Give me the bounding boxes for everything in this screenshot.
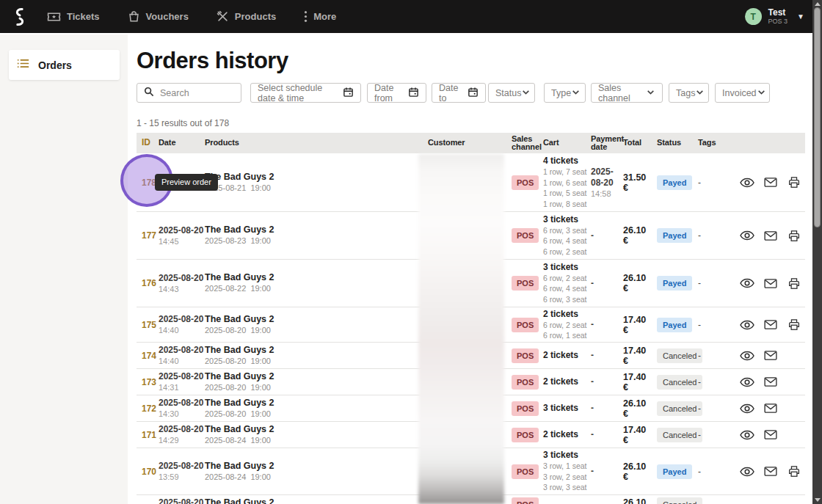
- mail-icon[interactable]: [763, 228, 778, 243]
- scrollbar-down-arrow-icon[interactable]: [815, 498, 821, 502]
- order-id: 176: [142, 278, 156, 288]
- vertical-scrollbar[interactable]: [812, 0, 822, 504]
- mail-icon[interactable]: [763, 428, 778, 442]
- channel-badge: POS: [512, 428, 539, 442]
- chevron-down-icon: [571, 87, 581, 99]
- order-id: 175: [142, 320, 156, 330]
- cart-ticket-count: 2 tickets: [543, 376, 591, 387]
- eye-icon[interactable]: [740, 375, 754, 390]
- product-title: The Bad Guys 2: [205, 461, 428, 472]
- order-date: 2025-08-20: [159, 424, 205, 435]
- sidebar-item-orders[interactable]: Orders: [9, 50, 120, 80]
- scrollbar-up-arrow-icon[interactable]: [815, 2, 821, 6]
- row-actions: [738, 375, 805, 390]
- cart-ticket-count: 4 tickets: [543, 156, 591, 167]
- print-icon[interactable]: [787, 175, 801, 190]
- sales-channel-filter-dropdown[interactable]: Sales channel: [591, 83, 663, 103]
- print-icon[interactable]: [787, 228, 801, 243]
- eye-icon[interactable]: [740, 348, 754, 363]
- nav-item-products[interactable]: Products: [217, 10, 276, 23]
- order-date: 2025-08-20: [159, 345, 205, 356]
- order-id-link[interactable]: 177: [137, 230, 159, 241]
- eye-icon[interactable]: [740, 401, 754, 416]
- cart-ticket-count: 2 tickets: [543, 350, 591, 361]
- eye-icon[interactable]: [740, 228, 754, 243]
- order-date: 2025-08-20: [159, 497, 205, 504]
- payment-time: 14:58: [591, 189, 623, 199]
- seat-item: 3 row, 3 seat: [543, 482, 591, 493]
- eye-icon[interactable]: [740, 464, 754, 479]
- invoiced-filter-dropdown[interactable]: Invoiced: [715, 83, 770, 103]
- page-title: Orders history: [137, 48, 288, 74]
- invoiced-filter-label: Invoiced: [722, 88, 757, 98]
- cart-cell: 2 tickets: [543, 376, 591, 387]
- total-amount: 26.10: [623, 497, 657, 504]
- mail-icon[interactable]: [763, 464, 778, 479]
- search-input[interactable]: [160, 88, 234, 98]
- date-from-filter[interactable]: Date from: [367, 83, 426, 103]
- sales-channel-cell: POS: [512, 497, 543, 504]
- ticket-icon: [47, 11, 61, 23]
- eye-icon[interactable]: [740, 276, 754, 291]
- total-amount: 17.40: [623, 346, 657, 356]
- mail-icon[interactable]: [763, 175, 778, 190]
- user-menu[interactable]: T Test POS 3 ▼: [745, 0, 804, 33]
- utensils-icon: [217, 10, 229, 23]
- payment-date: -: [591, 429, 623, 440]
- user-name: Test: [768, 8, 788, 18]
- schedule-date-filter[interactable]: Select schedule date & time: [250, 83, 361, 103]
- print-icon[interactable]: [787, 464, 801, 479]
- status-cell: Payed: [657, 464, 698, 479]
- order-id-link[interactable]: 172: [137, 403, 159, 414]
- nav-item-tickets[interactable]: Tickets: [47, 11, 100, 23]
- search-box[interactable]: [137, 83, 241, 103]
- payment-date: -: [591, 376, 623, 387]
- mail-icon[interactable]: [763, 401, 778, 416]
- row-actions: [738, 228, 805, 243]
- mail-icon[interactable]: [763, 375, 778, 390]
- status-cell: Payed: [657, 175, 698, 190]
- mail-icon[interactable]: [763, 348, 778, 363]
- chevron-down-icon: ▼: [797, 12, 804, 21]
- scrollbar-thumb[interactable]: [814, 7, 821, 227]
- eye-icon[interactable]: [740, 428, 754, 442]
- order-date-cell: 2025-08-20 14:40: [159, 314, 205, 335]
- date-from-label: Date from: [374, 83, 408, 103]
- order-id-link[interactable]: 171: [137, 430, 159, 440]
- mail-icon[interactable]: [763, 318, 778, 332]
- print-icon[interactable]: [787, 318, 801, 332]
- nav-item-label: Products: [235, 11, 276, 22]
- order-id-link[interactable]: 173: [137, 377, 159, 387]
- product-datetime: 2025-08-21 19:00: [205, 183, 428, 194]
- print-icon[interactable]: [787, 276, 801, 291]
- mail-icon[interactable]: [763, 276, 778, 291]
- nav-item-more[interactable]: More: [304, 10, 336, 23]
- sidebar: Orders: [0, 34, 128, 504]
- tags-filter-dropdown[interactable]: Tags: [669, 83, 709, 103]
- payment-date: -: [591, 230, 623, 241]
- channel-badge: POS: [512, 276, 539, 291]
- row-actions: [738, 276, 805, 291]
- order-id-link[interactable]: 176: [137, 278, 159, 288]
- seat-list: 6 row, 3 seat6 row, 4 seat6 row, 2 seat: [543, 225, 591, 258]
- chevron-down-icon: [646, 87, 655, 99]
- total-currency: €: [623, 235, 657, 246]
- date-to-filter[interactable]: Date to: [432, 83, 486, 103]
- type-filter-dropdown[interactable]: Type: [544, 83, 586, 103]
- channel-badge: POS: [512, 375, 539, 390]
- payment-date-cell: -: [591, 466, 623, 477]
- nav-item-vouchers[interactable]: Vouchers: [128, 10, 189, 23]
- tags-cell: -: [698, 377, 738, 387]
- order-id-link[interactable]: 174: [137, 351, 159, 361]
- brand-logo-icon[interactable]: [10, 4, 29, 29]
- product-cell: The Bad Guys 2 2025-08-20 19:00: [205, 371, 428, 393]
- order-id-link[interactable]: 175: [137, 320, 159, 330]
- sales-channel-cell: POS: [512, 228, 543, 243]
- order-date: 2025-08-20: [159, 314, 205, 325]
- order-id-link[interactable]: 170: [137, 467, 159, 477]
- status-filter-dropdown[interactable]: Status: [488, 83, 535, 103]
- chevron-down-icon: [757, 87, 766, 99]
- order-date: 2025-08-20: [159, 398, 205, 409]
- eye-icon[interactable]: [740, 318, 754, 332]
- eye-icon[interactable]: [740, 175, 754, 190]
